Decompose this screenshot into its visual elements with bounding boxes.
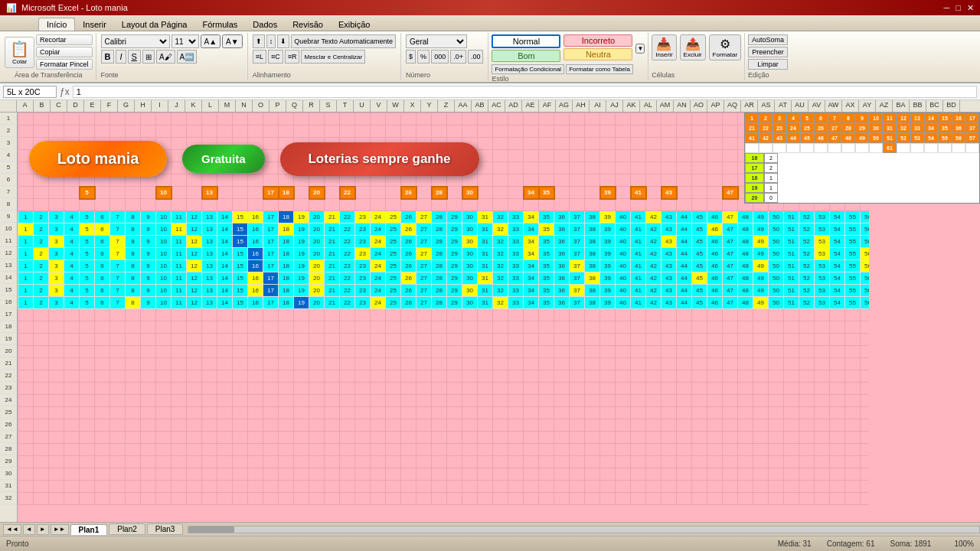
cell-r12-c34[interactable]: 35 <box>539 248 554 260</box>
align-right-button[interactable]: ≡R <box>285 50 300 64</box>
cell-r14-c2[interactable]: 3 <box>49 272 64 285</box>
cell-r9-c7[interactable]: 8 <box>126 211 141 223</box>
cell-r29-c55[interactable] <box>861 456 870 468</box>
cell-r16-c31[interactable]: 32 <box>493 297 508 309</box>
cell-r16-c45[interactable]: 46 <box>707 297 723 309</box>
cell-r19-c53[interactable] <box>830 334 845 346</box>
cell-r10-c18[interactable]: 19 <box>294 223 309 236</box>
cell-r25-c25[interactable] <box>401 407 416 419</box>
cell-r28-c25[interactable] <box>401 444 416 456</box>
cell-r19-c0[interactable] <box>18 334 34 346</box>
cell-r24-c20[interactable] <box>325 395 340 407</box>
cell-r24-c10[interactable] <box>172 395 187 407</box>
cell-r10-c29[interactable]: 30 <box>462 223 478 236</box>
cell-r28-c51[interactable] <box>799 444 815 456</box>
cell-r14-c47[interactable]: 48 <box>738 272 753 285</box>
cell-r25-c36[interactable] <box>570 407 585 419</box>
cell-r16-c26[interactable]: 27 <box>416 297 432 309</box>
cell-r15-c31[interactable]: 32 <box>493 285 508 297</box>
cell-r11-c31[interactable]: 32 <box>493 236 508 248</box>
cell-r1-c9[interactable] <box>156 113 172 126</box>
cell-r24-c14[interactable] <box>233 395 248 407</box>
cell-r15-c30[interactable]: 31 <box>478 285 493 297</box>
cell-r22-c16[interactable] <box>263 370 279 383</box>
cell-r14-c38[interactable]: 39 <box>600 272 616 285</box>
cell-r8-c5[interactable] <box>95 199 110 211</box>
cell-r17-c48[interactable] <box>753 309 769 321</box>
cell-r23-c45[interactable] <box>707 383 723 395</box>
cell-r23-c19[interactable] <box>309 383 325 395</box>
cell-r20-c4[interactable] <box>80 346 95 358</box>
cell-r19-c35[interactable] <box>554 334 570 346</box>
cell-r8-c46[interactable] <box>723 199 738 211</box>
cell-r25-c47[interactable] <box>738 407 753 419</box>
cell-r28-c31[interactable] <box>493 444 508 456</box>
cell-r11-c13[interactable]: 14 <box>217 236 233 248</box>
cell-r9-c22[interactable]: 23 <box>355 211 371 223</box>
insert-button[interactable]: 📥Inserir <box>652 34 676 60</box>
cell-r20-c41[interactable] <box>646 346 662 358</box>
cell-r32-c24[interactable] <box>386 493 401 505</box>
cell-r10-c46[interactable]: 47 <box>723 223 738 236</box>
cell-r12-c21[interactable]: 22 <box>340 248 355 260</box>
cell-r18-c54[interactable] <box>845 321 861 334</box>
cell-r26-c48[interactable] <box>753 419 769 432</box>
cell-r30-c23[interactable] <box>371 468 386 481</box>
style-incorreto[interactable]: Incorreto <box>564 34 632 47</box>
cell-r9-c31[interactable]: 32 <box>493 211 508 223</box>
cell-r16-c19[interactable]: 20 <box>309 297 325 309</box>
cell-r17-c12[interactable] <box>202 309 217 321</box>
bold-button[interactable]: B <box>101 50 115 64</box>
cell-r15-c52[interactable]: 53 <box>815 285 830 297</box>
cell-r11-c8[interactable]: 9 <box>141 236 156 248</box>
cell-r21-c55[interactable] <box>861 358 870 370</box>
cell-r30-c16[interactable] <box>263 468 279 481</box>
cell-r15-c46[interactable]: 47 <box>723 285 738 297</box>
cell-r24-c28[interactable] <box>447 395 462 407</box>
cell-r32-c53[interactable] <box>830 493 845 505</box>
cell-r17-c37[interactable] <box>585 309 600 321</box>
cell-r29-c3[interactable] <box>64 456 80 468</box>
cell-r25-c50[interactable] <box>784 407 799 419</box>
cell-r29-c39[interactable] <box>616 456 631 468</box>
cell-r16-c13[interactable]: 14 <box>217 297 233 309</box>
cell-r24-c11[interactable] <box>187 395 202 407</box>
cell-r31-c3[interactable] <box>64 481 80 493</box>
cell-r10-c49[interactable]: 50 <box>769 223 784 236</box>
cell-r20-c46[interactable] <box>723 346 738 358</box>
cell-r16-c52[interactable]: 53 <box>815 297 830 309</box>
cell-r28-c48[interactable] <box>753 444 769 456</box>
cell-r18-c50[interactable] <box>784 321 799 334</box>
cell-r20-c20[interactable] <box>325 346 340 358</box>
cell-r27-c0[interactable] <box>18 432 34 444</box>
cell-r7-c28[interactable] <box>447 187 462 199</box>
cell-r28-c15[interactable] <box>248 444 263 456</box>
cell-r7-c31[interactable] <box>493 187 508 199</box>
cell-r28-c41[interactable] <box>646 444 662 456</box>
cell-r32-c16[interactable] <box>263 493 279 505</box>
cell-r28-c53[interactable] <box>830 444 845 456</box>
cell-r13-c2[interactable]: 3 <box>49 260 64 272</box>
cell-r18-c39[interactable] <box>616 321 631 334</box>
cell-r32-c20[interactable] <box>325 493 340 505</box>
cell-r20-c40[interactable] <box>631 346 646 358</box>
cell-r20-c12[interactable] <box>202 346 217 358</box>
cell-r12-c49[interactable]: 50 <box>769 248 784 260</box>
cell-r27-c38[interactable] <box>600 432 616 444</box>
cell-r22-c45[interactable] <box>707 370 723 383</box>
cell-r22-c27[interactable] <box>432 370 447 383</box>
cell-r2-c33[interactable] <box>524 126 539 138</box>
cell-r7-c7[interactable] <box>126 187 141 199</box>
cell-r10-c6[interactable]: 7 <box>110 223 126 236</box>
cell-r11-c50[interactable]: 51 <box>784 236 799 248</box>
cell-r32-c30[interactable] <box>478 493 493 505</box>
cell-r23-c42[interactable] <box>662 383 677 395</box>
cell-r9-c50[interactable]: 51 <box>784 211 799 223</box>
cell-r29-c26[interactable] <box>416 456 432 468</box>
cell-r14-c29[interactable]: 30 <box>462 272 478 285</box>
cell-r20-c52[interactable] <box>815 346 830 358</box>
cell-r32-c37[interactable] <box>585 493 600 505</box>
cell-r26-c51[interactable] <box>799 419 815 432</box>
cell-r27-c45[interactable] <box>707 432 723 444</box>
cell-r9-c6[interactable]: 7 <box>110 211 126 223</box>
